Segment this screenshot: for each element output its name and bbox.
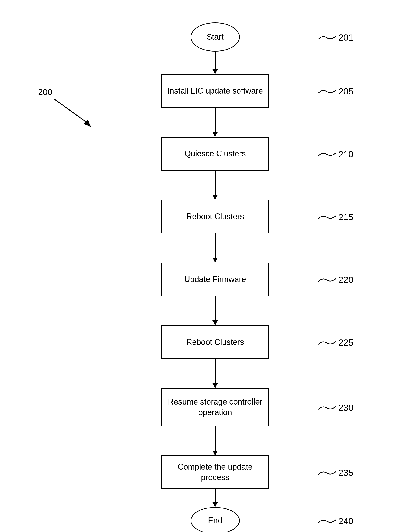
step-ref-label: 235 <box>318 468 353 478</box>
svg-marker-13 <box>213 383 218 388</box>
node-label: Start <box>207 32 224 43</box>
connector-arrow <box>211 359 220 388</box>
process-node: Install LIC update software <box>161 74 269 108</box>
process-node: Reboot Clusters <box>161 325 269 359</box>
process-node: Resume storage controller operation <box>161 388 269 426</box>
step-ref-label: 230 <box>318 403 353 413</box>
step-ref-label: 205 <box>318 86 353 96</box>
svg-marker-7 <box>213 195 218 200</box>
flowchart-canvas: 200 Start 201 Install LIC update softwar… <box>0 0 394 532</box>
svg-marker-3 <box>213 69 218 74</box>
step-ref-label: 225 <box>318 338 353 348</box>
tilde-mark <box>318 277 336 283</box>
step-ref-number: 240 <box>338 516 353 526</box>
step-ref-label: 201 <box>318 32 353 43</box>
node-label: Reboot Clusters <box>186 337 244 348</box>
connector-arrow <box>211 170 220 200</box>
node-label: Quiesce Clusters <box>184 149 246 159</box>
step-ref-number: 225 <box>338 338 353 348</box>
process-node: Quiesce Clusters <box>161 137 269 170</box>
end-node: End <box>191 507 240 532</box>
step-ref-label: 240 <box>318 516 353 526</box>
tilde-mark <box>318 35 336 41</box>
node-label: Resume storage controller operation <box>166 397 264 418</box>
connector-arrow <box>211 233 220 262</box>
node-label: Install LIC update software <box>167 86 263 96</box>
tilde-mark <box>318 518 336 524</box>
start-node: Start <box>191 22 240 52</box>
connector-arrow <box>211 489 220 507</box>
step-ref-number: 230 <box>338 403 353 413</box>
connector-arrow <box>211 296 220 325</box>
connector-arrow <box>211 108 220 137</box>
process-node: Update Firmware <box>161 262 269 296</box>
tilde-mark <box>318 405 336 411</box>
figure-ref-label: 200 <box>38 87 52 97</box>
step-ref-number: 201 <box>338 32 353 43</box>
step-ref-label: 210 <box>318 149 353 159</box>
svg-marker-15 <box>213 451 218 456</box>
step-ref-number: 235 <box>338 468 353 478</box>
node-label: Complete the update process <box>166 462 264 483</box>
tilde-mark <box>318 470 336 476</box>
step-ref-label: 215 <box>318 212 353 222</box>
step-ref-number: 215 <box>338 212 353 222</box>
figure-ref-arrow <box>52 96 92 128</box>
node-label: Reboot Clusters <box>186 211 244 222</box>
step-ref-number: 220 <box>338 275 353 285</box>
svg-marker-5 <box>213 132 218 137</box>
node-label: End <box>208 515 222 526</box>
svg-marker-9 <box>213 258 218 262</box>
node-label: Update Firmware <box>184 274 246 285</box>
tilde-mark <box>318 214 336 220</box>
step-ref-number: 205 <box>338 86 353 96</box>
connector-arrow <box>211 426 220 456</box>
tilde-mark <box>318 151 336 158</box>
svg-marker-17 <box>213 502 218 507</box>
step-ref-label: 220 <box>318 275 353 285</box>
step-ref-number: 210 <box>338 149 353 159</box>
svg-marker-11 <box>213 320 218 325</box>
process-node: Complete the update process <box>161 456 269 489</box>
tilde-mark <box>318 340 336 346</box>
connector-arrow <box>211 52 220 74</box>
svg-line-0 <box>54 99 86 122</box>
process-node: Reboot Clusters <box>161 200 269 233</box>
tilde-mark <box>318 88 336 95</box>
